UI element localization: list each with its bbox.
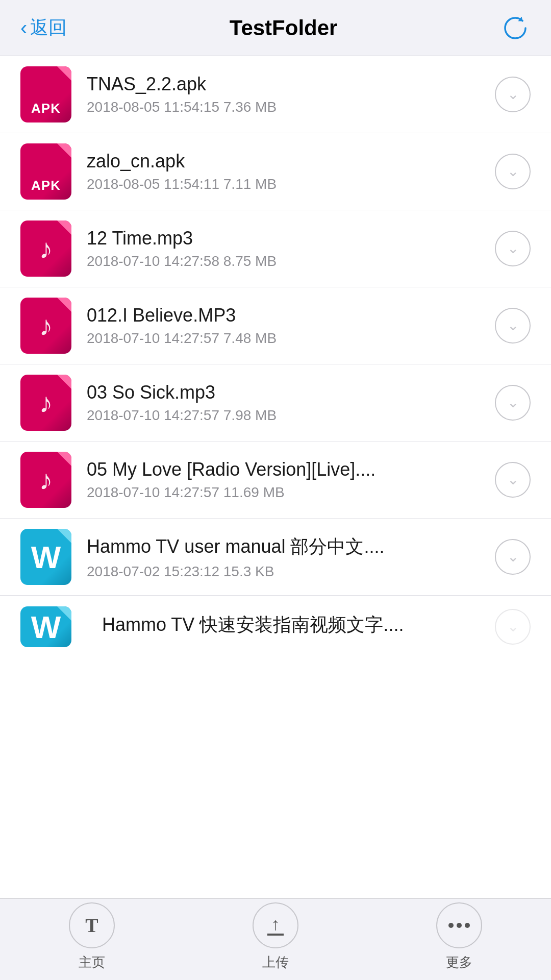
upload-circle: ↑ [253,902,298,948]
file-meta: 2018-07-10 14:27:57 11.69 MB [87,484,485,501]
more-label: 更多 [446,953,472,971]
file-icon-mp3: ♪ [20,220,71,277]
word-letter-icon: W [31,539,61,575]
file-icon-mp3: ♪ [20,375,71,431]
file-meta: 2018-07-10 14:27:57 7.98 MB [87,407,485,424]
word-letter-icon: W [31,609,61,645]
music-note-icon: ♪ [39,464,53,496]
chevron-down-icon: ⌄ [507,87,519,102]
file-name: Hammo TV user manual 部分中文.... [87,534,485,559]
list-item: ♪ 05 My Love [Radio Version][Live].... 2… [0,442,551,519]
file-info: 12 Time.mp3 2018-07-10 14:27:58 8.75 MB [87,228,485,270]
list-item: ♪ 03 So Sick.mp3 2018-07-10 14:27:57 7.9… [0,364,551,442]
more-circle [436,902,482,948]
home-icon: T [85,914,98,937]
file-icon-mp3: ♪ [20,452,71,508]
file-name: 12 Time.mp3 [87,228,485,249]
file-info: 03 So Sick.mp3 2018-07-10 14:27:57 7.98 … [87,382,485,424]
file-icon-mp3: ♪ [20,298,71,354]
file-name: zalo_cn.apk [87,151,485,172]
file-meta: 2018-07-10 14:27:58 8.75 MB [87,253,485,270]
more-icon [448,923,470,928]
list-item: APK TNAS_2.2.apk 2018-08-05 11:54:15 7.3… [0,56,551,133]
chevron-down-icon: ⌄ [507,241,519,256]
file-info: Hammo TV 快速安装指南视频文字.... [102,612,485,642]
download-button[interactable]: ⌄ [495,539,531,575]
file-name: Hammo TV 快速安装指南视频文字.... [102,612,485,638]
chevron-down-icon: ⌄ [507,473,519,487]
back-button[interactable]: ‹ 返回 [20,15,67,40]
music-note-icon: ♪ [39,233,53,264]
refresh-button[interactable] [500,13,531,43]
file-name: 012.I Believe.MP3 [87,305,485,326]
download-button[interactable]: ⌄ [495,462,531,498]
file-icon-apk: APK [20,66,71,122]
back-chevron-icon: ‹ [20,16,27,39]
toolbar-upload[interactable]: ↑ 上传 [184,902,367,971]
refresh-icon [502,15,529,41]
file-icon-word: W [20,529,71,585]
download-button[interactable]: ⌄ [495,609,531,645]
list-item: ♪ 012.I Believe.MP3 2018-07-10 14:27:57 … [0,287,551,364]
chevron-down-icon: ⌄ [507,550,519,564]
music-note-icon: ♪ [39,310,53,341]
download-button[interactable]: ⌄ [495,385,531,421]
chevron-down-icon: ⌄ [507,164,519,179]
file-info: Hammo TV user manual 部分中文.... 2018-07-02… [87,534,485,580]
list-item: APK zalo_cn.apk 2018-08-05 11:54:11 7.11… [0,133,551,210]
chevron-down-icon: ⌄ [507,396,519,410]
list-item-partial: W Hammo TV 快速安装指南视频文字.... ⌄ [0,596,551,657]
file-icon-apk: APK [20,143,71,200]
file-icon-word: W [20,606,71,647]
file-meta: 2018-07-10 14:27:57 7.48 MB [87,330,485,347]
header: ‹ 返回 TestFolder [0,0,551,56]
list-item: ♪ 12 Time.mp3 2018-07-10 14:27:58 8.75 M… [0,210,551,287]
file-info: 012.I Believe.MP3 2018-07-10 14:27:57 7.… [87,305,485,347]
bottom-toolbar: T 主页 ↑ 上传 更多 [0,898,551,980]
file-meta: 2018-08-05 11:54:15 7.36 MB [87,99,485,115]
chevron-down-icon: ⌄ [507,620,519,634]
page-title: TestFolder [230,16,338,40]
upload-icon: ↑ [267,915,284,936]
file-name: 03 So Sick.mp3 [87,382,485,403]
file-info: 05 My Love [Radio Version][Live].... 201… [87,459,485,501]
music-note-icon: ♪ [39,387,53,419]
upload-label: 上传 [262,953,289,971]
home-circle: T [69,902,115,948]
file-info: zalo_cn.apk 2018-08-05 11:54:11 7.11 MB [87,151,485,192]
back-label: 返回 [30,15,67,40]
home-label: 主页 [79,953,105,971]
download-button[interactable]: ⌄ [495,77,531,112]
list-item: W Hammo TV user manual 部分中文.... 2018-07-… [0,519,551,596]
toolbar-home[interactable]: T 主页 [0,902,184,971]
file-meta: 2018-08-05 11:54:11 7.11 MB [87,176,485,192]
chevron-down-icon: ⌄ [507,318,519,333]
file-meta: 2018-07-02 15:23:12 15.3 KB [87,564,485,580]
download-button[interactable]: ⌄ [495,154,531,189]
download-button[interactable]: ⌄ [495,308,531,344]
download-button[interactable]: ⌄ [495,231,531,266]
toolbar-more[interactable]: 更多 [367,902,551,971]
file-list: APK TNAS_2.2.apk 2018-08-05 11:54:15 7.3… [0,56,551,898]
file-name: TNAS_2.2.apk [87,74,485,95]
file-name: 05 My Love [Radio Version][Live].... [87,459,485,480]
file-info: TNAS_2.2.apk 2018-08-05 11:54:15 7.36 MB [87,74,485,115]
